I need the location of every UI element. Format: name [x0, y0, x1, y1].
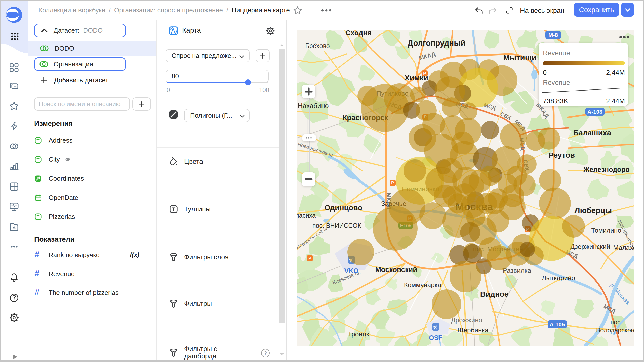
svg-text:Брёхово: Брёхово — [305, 42, 330, 49]
svg-text:Мытищи: Мытищи — [503, 53, 536, 62]
svg-text:Revenue: Revenue — [543, 79, 570, 86]
svg-text:пос.: пос. — [611, 319, 622, 326]
svg-text:Одинцово: Одинцово — [324, 203, 362, 212]
svg-text:Долгопрудный: Долгопрудный — [408, 39, 465, 48]
svg-text:Дрожжино: Дрожжино — [451, 316, 482, 324]
svg-text:Коммунарка: Коммунарка — [404, 281, 441, 289]
svg-text:А-103: А-103 — [587, 109, 602, 115]
svg-text:А-105: А-105 — [550, 321, 565, 328]
svg-text:Люберцы: Люберцы — [575, 206, 612, 215]
svg-text:Московский: Московский — [375, 266, 417, 274]
svg-text:Лыткарино: Лыткарино — [542, 274, 575, 282]
svg-text:М-8: М-8 — [548, 32, 558, 38]
svg-text:738,83K: 738,83K — [543, 97, 568, 105]
svg-text:VKO: VKO — [344, 267, 358, 275]
svg-text:2,44M: 2,44M — [606, 97, 625, 105]
svg-text:Сходня: Сходня — [346, 30, 372, 37]
svg-text:Дзержинский: Дзержинский — [570, 243, 610, 250]
svg-text:Железнодоро: Железнодоро — [583, 166, 630, 173]
svg-text:OSF: OSF — [429, 334, 442, 341]
svg-text:Томилино: Томилино — [591, 227, 621, 234]
svg-text:2,44M: 2,44M — [606, 69, 625, 76]
svg-text:пасиха: пасиха — [297, 212, 316, 219]
svg-text:P: P — [391, 180, 394, 185]
svg-text:Балашиха: Балашиха — [573, 129, 611, 137]
svg-text:пос. ВНИИССОК: пос. ВНИИССОК — [312, 222, 361, 229]
svg-text:0: 0 — [543, 69, 547, 76]
svg-text:P: P — [308, 256, 311, 261]
svg-text:Видное: Видное — [480, 290, 508, 298]
svg-text:Развилка: Развилка — [503, 267, 531, 274]
svg-text:P: P — [423, 71, 426, 76]
svg-text:Володарского: Володарского — [596, 327, 634, 334]
svg-text:Revenue: Revenue — [543, 49, 570, 57]
svg-text:Малаховка: Малаховка — [613, 244, 634, 251]
svg-text:Нахабино: Нахабино — [298, 102, 329, 110]
svg-text:Троицк: Троицк — [348, 330, 369, 338]
svg-text:Щербинка: Щербинка — [457, 326, 489, 334]
svg-text:Реутов: Реутов — [549, 151, 575, 159]
